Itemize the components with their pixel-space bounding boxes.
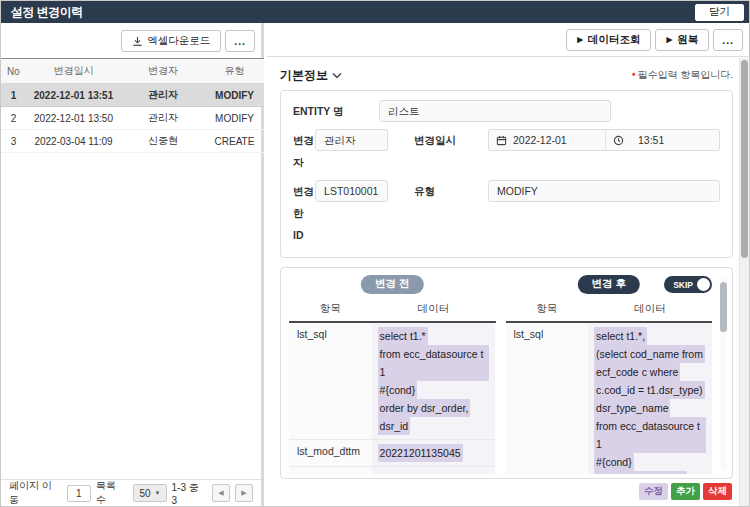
page-title: 설정 변경이력 [11, 4, 83, 21]
diff-row-key: lst_sql [506, 323, 589, 474]
diff-row-value: 20221201135045 [372, 440, 496, 466]
diff-after-panel: 변경 후 SKIP 항목 데이터 lst_sql select t1.*,(se… [506, 275, 713, 474]
diff-line-modified: ecf_code c where [594, 363, 680, 381]
type-label: 유형 [414, 180, 488, 246]
after-badge: 변경 후 [578, 275, 640, 294]
history-table: No 변경일시 변경자 유형 12022-12-01 13:51관리자MODIF… [1, 58, 264, 153]
diff-legend: 수정 추가 삭제 [280, 479, 733, 500]
diff-scrollbar[interactable] [720, 278, 727, 470]
change-datetime-field: 2022-12-01 13:51 [488, 129, 720, 151]
diff-before-rows: lst_sql select t1.*from ecc_datasource t… [289, 323, 496, 474]
detail-panel-scrollbar[interactable] [739, 58, 749, 506]
left-more-button[interactable]: ... [225, 30, 255, 52]
diff-line-modified: select t1.* [378, 327, 428, 345]
download-icon [132, 36, 143, 47]
diff-line-modified: select t1.*, [594, 327, 647, 345]
col-datetime: 변경일시 [26, 59, 121, 84]
history-list-panel: 엑셀다운로드 ... No 변경일시 변경자 유형 12022-12-01 13… [1, 23, 264, 506]
calendar-icon[interactable] [489, 130, 513, 150]
col-no: No [1, 59, 26, 84]
changed-id-field[interactable]: LST010001 [315, 180, 388, 202]
skip-toggle[interactable]: SKIP [664, 276, 712, 293]
changed-id-label: 변경 한 ID [293, 180, 315, 246]
basic-info-toggle[interactable]: 기본정보 [280, 67, 342, 84]
diff-line-modified: (select cod_name from [594, 345, 705, 363]
change-datetime-label: 변경일시 [414, 129, 488, 173]
titlebar: 설정 변경이력 닫기 [1, 1, 749, 23]
diff-row-value: select t1.*,(select cod_name fromecf_cod… [588, 323, 712, 474]
arrow-right-icon: ▶ [577, 35, 583, 44]
diff-line-modified: order by dsr_order, [594, 471, 687, 474]
form-row-id: 변경 한 ID LST010001 유형 MODIFY [293, 180, 720, 246]
diff-row: lst_sql select t1.*from ecc_datasource t… [289, 323, 496, 440]
legend-badge-delete: 삭제 [703, 483, 732, 500]
col-type: 유형 [205, 59, 264, 84]
basic-info-section-head: 기본정보 •필수입력 항목입니다. [280, 66, 733, 84]
page-move-label: 페이지 이동 [9, 479, 62, 507]
detail-panel: ▶ 데이터조회 ▶ 원복 ... 기본정보 •필수입력 항목입니다. [267, 23, 749, 506]
diff-after-rows: lst_sql select t1.*,(select cod_name fro… [506, 323, 713, 474]
diff-line-modified: from ecc_datasource t1 [594, 417, 706, 453]
pagination: 페이지 이동 목록 수 50 ▼ 1-3 중 3 ◀ ▶ [1, 479, 261, 506]
detail-content: 기본정보 •필수입력 항목입니다. ENTITY 명 리스트 변경자 관리자 [267, 58, 739, 506]
diff-before-panel: 변경 전 항목 데이터 lst_sql select t1.*from ecc_… [289, 275, 496, 474]
diff-line-modified: dsr_type_name [594, 399, 670, 417]
history-table-body: 12022-12-01 13:51관리자MODIFY 22022-12-01 1… [1, 84, 264, 153]
diff-before-colhead: 항목 데이터 [289, 296, 496, 323]
table-row[interactable]: 22022-12-01 13:50관리자MODIFY [1, 107, 264, 130]
detail-toolbar: ▶ 데이터조회 ▶ 원복 ... [267, 23, 749, 57]
prev-page-button[interactable]: ◀ [212, 484, 230, 502]
required-note: •필수입력 항목입니다. [632, 68, 733, 82]
diff-line-modified: #{cond} [594, 453, 634, 471]
before-badge: 변경 전 [361, 275, 423, 294]
basic-info-form: ENTITY 명 리스트 변경자 관리자 변경일시 2022-12-01 [280, 90, 733, 258]
form-row-changer: 변경자 관리자 변경일시 2022-12-01 [293, 129, 720, 173]
settings-change-history-dialog: 설정 변경이력 닫기 엑셀다운로드 ... No 변경일시 변경자 유형 [0, 0, 750, 507]
toggle-knob-icon [697, 278, 710, 291]
date-value[interactable]: 2022-12-01 [513, 134, 605, 146]
restore-button[interactable]: ▶ 원복 [655, 29, 709, 51]
next-page-button[interactable]: ▶ [235, 484, 253, 502]
col-user: 변경자 [121, 59, 205, 84]
list-count-label: 목록 수 [96, 479, 129, 507]
diff-row-value: { "layout": { "type": "1", "width": "800… [372, 467, 496, 474]
diff-row: lst_sql select t1.*,(select cod_name fro… [506, 323, 713, 474]
diff-row-value: select t1.*from ecc_datasource t1#{cond}… [372, 323, 496, 439]
range-text: 1-3 중 3 [172, 481, 208, 506]
entity-name-label: ENTITY 명 [293, 100, 379, 122]
data-query-button[interactable]: ▶ 데이터조회 [566, 29, 651, 51]
time-value[interactable]: 13:51 [630, 134, 719, 146]
table-row[interactable]: 12022-12-01 13:51관리자MODIFY [1, 84, 264, 107]
page-number-input[interactable] [67, 485, 91, 502]
close-button[interactable]: 닫기 [695, 4, 744, 21]
diff-row: lst_config { "layout": { "type": "1", "w… [289, 467, 496, 474]
diff-line-modified: from ecc_datasource t1 [378, 345, 490, 381]
diff-row-key: lst_config [289, 467, 372, 474]
diff-line-modified: dsr_id [378, 417, 411, 435]
legend-badge-add: 추가 [671, 483, 700, 500]
diff-line-modified: 20221201135045 [378, 444, 463, 462]
diff-line-modified: order by dsr_order, [378, 399, 471, 417]
table-row[interactable]: 32022-03-04 11:09신중현CREATE [1, 130, 264, 153]
diff-row-key: lst_sql [289, 323, 372, 439]
changer-field[interactable]: 관리자 [315, 129, 388, 151]
legend-badge-modify: 수정 [639, 483, 668, 500]
required-dot: • [632, 69, 636, 80]
entity-name-field[interactable]: 리스트 [379, 100, 611, 122]
diff-line-modified: #{cond} [378, 381, 418, 399]
excel-download-button[interactable]: 엑셀다운로드 [121, 30, 221, 52]
arrow-right-icon: ▶ [666, 35, 672, 44]
diff-line-modified: c.cod_id = t1.dsr_type) [594, 381, 705, 399]
diff-line: { [378, 471, 386, 474]
excel-download-label: 엑셀다운로드 [147, 34, 210, 48]
form-row-entity: ENTITY 명 리스트 [293, 100, 720, 122]
history-table-header: No 변경일시 변경자 유형 [1, 59, 264, 84]
detail-more-button[interactable]: ... [713, 29, 743, 51]
diff-row-key: lst_mod_dttm [289, 440, 372, 466]
page-size-select[interactable]: 50 ▼ [133, 484, 166, 502]
clock-icon[interactable] [606, 130, 630, 150]
diff-after-colhead: 항목 데이터 [506, 296, 713, 323]
left-toolbar: 엑셀다운로드 ... [1, 23, 261, 58]
chevron-down-icon [332, 72, 342, 79]
type-field[interactable]: MODIFY [488, 180, 720, 202]
